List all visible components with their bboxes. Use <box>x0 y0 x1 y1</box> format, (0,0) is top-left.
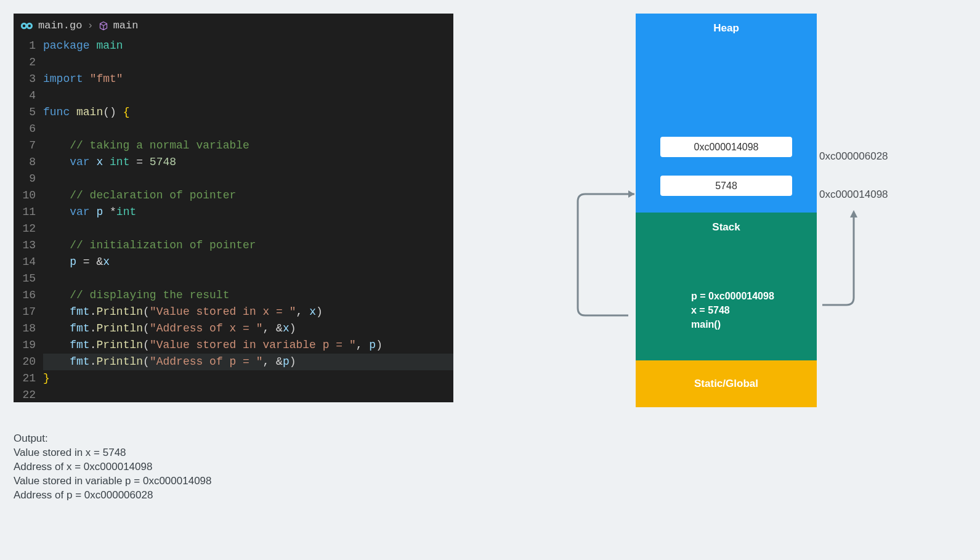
svg-point-2 <box>23 24 25 26</box>
output-header: Output: <box>14 431 212 445</box>
code-line: } <box>43 370 453 387</box>
code-body: 12345678910111213141516171819202122 pack… <box>14 38 453 404</box>
line-number-gutter: 12345678910111213141516171819202122 <box>14 38 43 404</box>
code-line <box>43 171 453 187</box>
code-line: package main <box>43 38 453 54</box>
line-number: 4 <box>14 87 36 104</box>
pointer-arrow-right <box>819 206 862 317</box>
svg-marker-5 <box>850 210 857 217</box>
code-line <box>43 54 453 71</box>
line-number: 5 <box>14 104 36 121</box>
heap-box-p: 0xc000014098 <box>660 137 792 157</box>
line-number: 9 <box>14 171 36 187</box>
line-number: 10 <box>14 187 36 204</box>
line-number: 22 <box>14 387 36 404</box>
code-line: fmt.Println("Value stored in variable p … <box>43 337 453 354</box>
static-title: Static/Global <box>694 378 758 390</box>
code-line <box>43 270 453 287</box>
line-number: 19 <box>14 337 36 354</box>
go-file-icon <box>20 22 33 30</box>
heap-box-x: 5748 <box>660 176 792 196</box>
memory-diagram: Heap 0xc000014098 5748 Stack p = 0xc0000… <box>636 14 817 407</box>
code-line: fmt.Println("Address of p = ", &p) <box>43 354 453 370</box>
code-line: // initialization of pointer <box>43 237 453 254</box>
code-line: import "fmt" <box>43 71 453 87</box>
code-line: // taking a normal variable <box>43 137 453 154</box>
line-number: 21 <box>14 370 36 387</box>
output-line: Address of x = 0xc000014098 <box>14 460 212 474</box>
code-line: var x int = 5748 <box>43 154 453 171</box>
stack-var-p: p = 0xc000014098 <box>691 289 774 303</box>
code-line: func main() { <box>43 104 453 121</box>
line-number: 2 <box>14 54 36 71</box>
code-line <box>43 221 453 237</box>
code-line: // displaying the result <box>43 287 453 304</box>
code-line <box>43 121 453 137</box>
code-line <box>43 387 453 404</box>
line-number: 15 <box>14 270 36 287</box>
pointer-arrow-left <box>573 185 641 327</box>
line-number: 1 <box>14 38 36 54</box>
addr-label-x: 0xc000014098 <box>819 189 888 201</box>
symbol-box-icon <box>99 21 108 31</box>
breadcrumb-symbol: main <box>113 17 139 34</box>
line-number: 16 <box>14 287 36 304</box>
breadcrumb: main.go › main <box>14 14 453 38</box>
program-output: Output: Value stored in x = 5748Address … <box>14 431 212 502</box>
line-number: 11 <box>14 204 36 221</box>
line-number: 14 <box>14 254 36 270</box>
line-number: 18 <box>14 320 36 337</box>
chevron-right-icon: › <box>87 17 93 34</box>
code-line: fmt.Println("Value stored in x = ", x) <box>43 304 453 320</box>
code-line: fmt.Println("Address of x = ", &x) <box>43 320 453 337</box>
stack-frame: p = 0xc000014098 x = 5748 main() <box>691 289 774 331</box>
code-line: p = &x <box>43 254 453 270</box>
line-number: 8 <box>14 154 36 171</box>
svg-marker-4 <box>628 190 634 198</box>
code-line <box>43 87 453 104</box>
code-line: // declaration of pointer <box>43 187 453 204</box>
static-section: Static/Global <box>636 360 817 407</box>
line-number: 17 <box>14 304 36 320</box>
output-line: Value stored in variable p = 0xc00001409… <box>14 474 212 488</box>
code-line: var p *int <box>43 204 453 221</box>
breadcrumb-file: main.go <box>38 17 82 34</box>
code-editor: main.go › main 1234567891011121314151617… <box>14 14 453 402</box>
line-number: 7 <box>14 137 36 154</box>
line-number: 20 <box>14 354 36 370</box>
output-line: Address of p = 0xc000006028 <box>14 488 212 502</box>
line-number: 13 <box>14 237 36 254</box>
stack-func: main() <box>691 317 774 331</box>
heap-section: Heap 0xc000014098 5748 <box>636 14 817 213</box>
line-number: 6 <box>14 121 36 137</box>
line-number: 3 <box>14 71 36 87</box>
code-source: package mainimport "fmt"func main() { //… <box>43 38 453 404</box>
line-number: 12 <box>14 221 36 237</box>
stack-var-x: x = 5748 <box>691 303 774 317</box>
stack-title: Stack <box>636 213 817 233</box>
svg-point-3 <box>28 24 31 26</box>
output-line: Value stored in x = 5748 <box>14 445 212 460</box>
addr-label-p: 0xc000006028 <box>819 150 888 163</box>
stack-section: Stack p = 0xc000014098 x = 5748 main() <box>636 213 817 360</box>
heap-title: Heap <box>636 14 817 34</box>
